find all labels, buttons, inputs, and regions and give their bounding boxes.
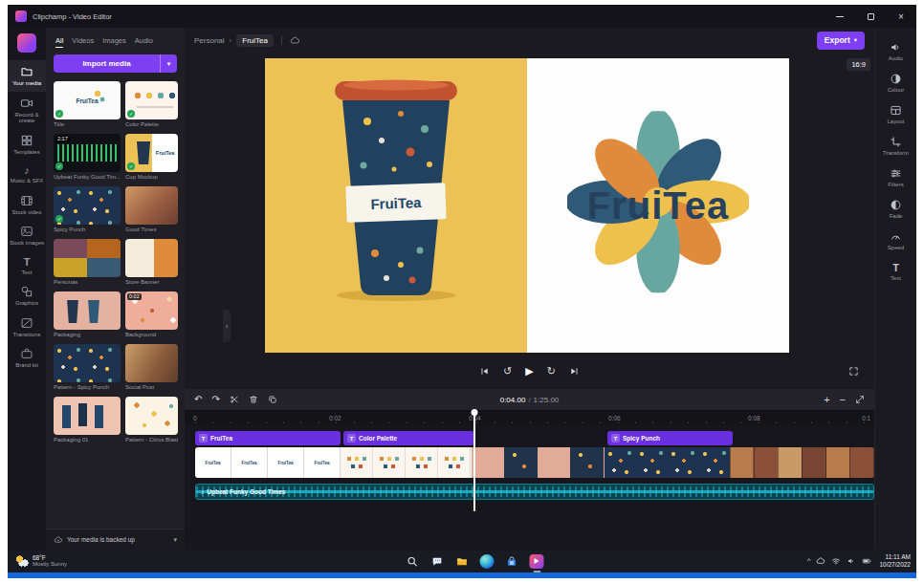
tray-chevron-icon[interactable]: ^ <box>807 557 811 565</box>
weather-widget[interactable]: 68°F Mostly Sunny <box>8 554 75 569</box>
file-explorer-icon[interactable] <box>455 554 470 569</box>
sidebar-item-your-media[interactable]: Your media <box>8 60 46 92</box>
check-icon: ✓ <box>55 162 63 170</box>
video-track[interactable]: FruiTea FruiTea FruiTea FruiTea <box>195 447 874 478</box>
search-icon[interactable] <box>406 554 420 569</box>
audio-track[interactable]: ♪ Upbeat Funky Good Times <box>195 484 874 500</box>
music-note-icon: ♪ <box>201 488 204 495</box>
undo-button[interactable]: ↶ <box>194 395 202 404</box>
close-button[interactable]: × <box>886 5 916 28</box>
panel-collapse-handle[interactable]: ‹ <box>223 310 231 342</box>
project-title[interactable]: FruiTea <box>236 34 274 47</box>
aspect-ratio-badge[interactable]: 16:9 <box>847 58 870 71</box>
import-media-dropdown[interactable]: ▾ <box>160 54 177 73</box>
minimize-button[interactable] <box>825 5 855 28</box>
sidebar-item-record-create[interactable]: Record & create <box>8 92 46 129</box>
media-item-spicy-punch[interactable]: ✓ Spicy Punch <box>54 186 121 232</box>
clip-pattern-frames[interactable] <box>605 447 730 478</box>
media-item-pattern-citrus-blast[interactable]: Pattern - Citrus Blast <box>125 397 178 443</box>
video-preview[interactable]: FruiTea <box>265 58 789 353</box>
zoom-in-button[interactable]: + <box>824 395 829 405</box>
taskbar-clock[interactable]: 11:11 AM 10/27/2022 <box>879 553 911 569</box>
export-button[interactable]: Export ▾ <box>817 32 865 50</box>
tab-audio[interactable]: Audio <box>135 36 153 45</box>
playhead-handle[interactable] <box>472 409 478 416</box>
chat-icon[interactable] <box>430 554 445 569</box>
clip-title-frames[interactable]: FruiTea FruiTea FruiTea FruiTea <box>195 447 341 478</box>
tab-videos[interactable]: Videos <box>72 36 94 45</box>
clip-color-palette-frames[interactable] <box>341 447 472 478</box>
sidebar-item-templates[interactable]: Templates <box>8 129 46 161</box>
timeline: ↶ ↷ 0:04.00 / 1:25.00 + − <box>185 389 874 550</box>
onedrive-icon[interactable] <box>816 556 825 566</box>
sidebar-item-graphics[interactable]: Graphics <box>8 280 46 312</box>
media-item-color-palette[interactable]: ✓ Color Palette <box>125 81 178 127</box>
start-button[interactable] <box>381 554 395 569</box>
play-button[interactable]: ▶ <box>525 366 533 377</box>
clipchamp-taskbar-icon[interactable] <box>530 554 544 569</box>
tool-speed[interactable]: Speed <box>875 225 916 256</box>
media-item-store-banner[interactable]: Store Banner <box>125 239 178 285</box>
backup-status-bar[interactable]: Your media is backed up ▾ <box>46 529 185 550</box>
media-item-packaging-01[interactable]: Packaging 01 <box>54 397 121 443</box>
sidebar-item-stock-images[interactable]: Stock images <box>8 220 46 251</box>
media-item-label: Personas <box>54 279 121 285</box>
tool-colour[interactable]: Colour <box>875 67 916 98</box>
skip-end-button[interactable] <box>569 366 580 377</box>
tab-images[interactable]: Images <box>102 36 126 45</box>
sidebar-item-brand-kit[interactable]: Brand kit <box>8 342 46 374</box>
zoom-out-button[interactable]: − <box>840 395 846 405</box>
media-item-cup-mockup[interactable]: ✓FruiTea Cup Mockup <box>125 134 178 180</box>
media-item-social-post[interactable]: Social Post <box>125 344 178 390</box>
preview-logo-panel: FruiTea <box>527 58 789 353</box>
maximize-button[interactable] <box>855 5 886 28</box>
volume-icon[interactable] <box>847 556 856 566</box>
tool-text[interactable]: T Text <box>875 256 916 287</box>
breadcrumb-root[interactable]: Personal <box>194 36 225 45</box>
text-clip-fruitea[interactable]: T FruiTea <box>195 431 341 445</box>
timeline-ruler[interactable]: 0 0:02 0:04 0:06 0:08 0:1 <box>185 410 874 425</box>
fullscreen-button[interactable] <box>848 366 859 377</box>
clip-packaging-frames[interactable] <box>472 447 605 478</box>
import-media-button[interactable]: Import media <box>54 54 160 73</box>
tool-transform[interactable]: Transform <box>875 130 916 162</box>
crop-icon <box>890 136 902 148</box>
redo-button[interactable]: ↷ <box>211 395 219 404</box>
sidebar-item-music-sfx[interactable]: ♪ Music & SFX <box>8 160 46 189</box>
sidebar-item-stock-video[interactable]: Stock video <box>8 189 46 221</box>
tool-fade[interactable]: Fade <box>875 193 916 225</box>
forward-button[interactable]: ↻ <box>547 366 556 377</box>
clipchamp-app-logo[interactable] <box>17 33 36 53</box>
tool-audio[interactable]: Audio <box>875 35 916 67</box>
tool-layout[interactable]: Layout <box>875 98 916 130</box>
media-item-background[interactable]: 0:02 Background <box>125 292 178 337</box>
windows-taskbar: 68°F Mostly Sunny ^ 11:11 AM 10/27/2022 <box>8 550 916 572</box>
media-item-personas[interactable]: Personas <box>54 239 121 285</box>
text-clip-spicy-punch[interactable]: T Spicy Punch <box>607 431 733 445</box>
clip-photo-frames[interactable] <box>730 447 874 478</box>
sidebar-item-transitions[interactable]: Transitions <box>8 312 46 343</box>
chevron-down-icon[interactable]: ▾ <box>173 536 177 544</box>
text-clip-color-palette[interactable]: T Color Palette <box>343 431 474 445</box>
weather-icon <box>15 555 29 567</box>
tab-all[interactable]: All <box>55 36 63 45</box>
media-item-title[interactable]: ✓FruiTea Title <box>54 81 121 127</box>
microsoft-store-icon[interactable] <box>505 554 519 569</box>
tool-filters[interactable]: Filters <box>875 162 916 193</box>
battery-icon[interactable] <box>862 556 871 566</box>
media-item-label: Social Post <box>125 384 178 390</box>
media-item-packaging[interactable]: Packaging <box>54 292 121 337</box>
edge-browser-icon[interactable] <box>480 554 495 569</box>
wifi-icon[interactable] <box>831 556 841 566</box>
zoom-fit-button[interactable] <box>855 395 865 404</box>
media-item-pattern-spicy-punch[interactable]: Pattern - Spicy Punch <box>54 344 121 390</box>
duplicate-button[interactable] <box>268 395 277 404</box>
media-item-audio-upbeat[interactable]: 2:17✓ Upbeat Funky Good Tim... <box>54 134 121 180</box>
sidebar-item-text[interactable]: T Text <box>8 251 46 281</box>
skip-start-button[interactable] <box>479 366 490 377</box>
split-button[interactable] <box>230 395 239 404</box>
rewind-button[interactable]: ↺ <box>503 366 512 377</box>
delete-button[interactable] <box>249 395 258 404</box>
playhead[interactable] <box>473 411 475 511</box>
media-item-good-times[interactable]: Good Times <box>125 186 178 232</box>
